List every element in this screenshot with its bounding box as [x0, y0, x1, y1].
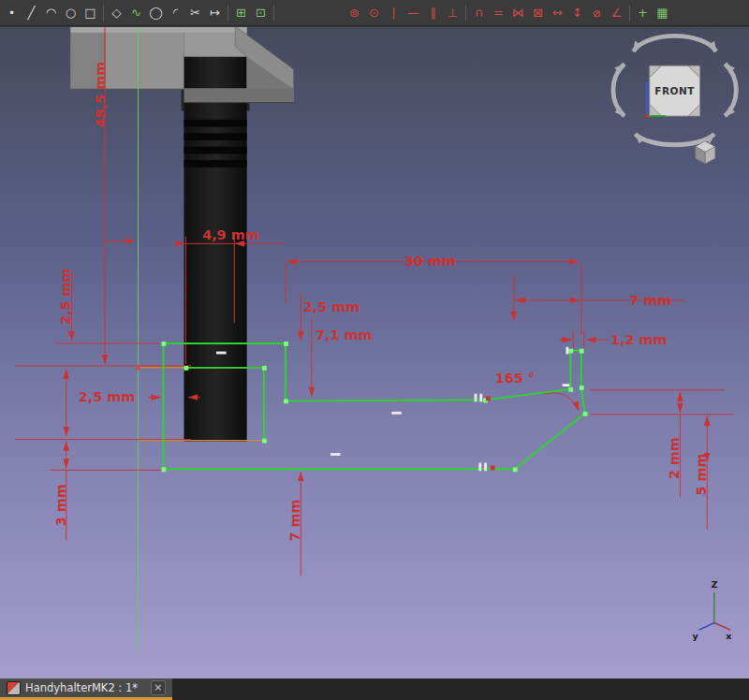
create-arc-icon[interactable]: ◠ — [41, 3, 61, 23]
3d-viewport[interactable]: 48,5 mm 4,9 mm 30 mm 2,5 mm 2,5 mm 7,1 m… — [0, 27, 749, 678]
document-tab-label: HandyhalterMK2 : 1* — [25, 681, 138, 694]
toolbar-group: ∩=⋈⊠↔↕⌀∠ — [469, 3, 626, 23]
toolbar-group: •╱◠○□ — [2, 3, 100, 23]
constraint-radius-icon[interactable]: ⌀ — [587, 3, 607, 23]
axis-x-label: x — [726, 631, 732, 641]
freecad-window: •╱◠○□◇∿◯◜✂↦⊞⊡⊚⊙|—∥⊥∩=⋈⊠↔↕⌀∠+▦ — [0, 0, 749, 700]
tab-close-button[interactable]: × — [151, 680, 166, 695]
toolbar-group: ◇∿◯◜✂↦ — [107, 3, 225, 23]
toolbar-group: ⊞⊡ — [231, 3, 271, 23]
create-fillet-icon[interactable]: ◜ — [166, 3, 185, 23]
toolbar-group: +▦ — [633, 3, 672, 23]
create-ellipse-icon[interactable]: ◯ — [146, 3, 166, 23]
dimension-label-2-5-left-top[interactable]: 2,5 mm — [58, 269, 73, 326]
constraint-marks[interactable] — [216, 347, 569, 471]
document-tabbar: HandyhalterMK2 : 1* × — [0, 678, 749, 700]
external-geometry-icon[interactable]: ⊞ — [231, 3, 251, 23]
dimension-label-2[interactable]: 2 mm — [667, 437, 682, 479]
axis-z-label: Z — [711, 579, 717, 590]
dimension-label-7-right[interactable]: 7 mm — [629, 293, 671, 308]
constraint-horizontal-icon[interactable]: — — [404, 3, 423, 23]
axis-triad: Z x y — [693, 579, 733, 641]
constraint-point-on-object-icon[interactable]: ⊙ — [364, 3, 384, 23]
scene-svg: 48,5 mm 4,9 mm 30 mm 2,5 mm 2,5 mm 7,1 m… — [0, 27, 749, 678]
dimension-label-165[interactable]: 165 ° — [495, 371, 535, 386]
carbon-copy-icon[interactable]: ⊡ — [251, 3, 271, 23]
trim-edge-icon[interactable]: ✂ — [185, 3, 205, 23]
dimension-label-7-bottom[interactable]: 7 mm — [287, 500, 302, 542]
dimension-label-4-9[interactable]: 4,9 mm — [202, 227, 259, 242]
freecad-document-icon — [7, 681, 21, 695]
dimension-label-1-2[interactable]: 1,2 mm — [610, 332, 667, 347]
create-circle-icon[interactable]: ○ — [61, 3, 81, 23]
dimension-label-2-5-left-mid[interactable]: 2,5 mm — [79, 389, 135, 404]
navcube-rotate-top-arrow[interactable] — [633, 36, 715, 51]
dimension-label-2-5-upper[interactable]: 2,5 mm — [303, 299, 360, 314]
constraint-angle-icon[interactable]: ∠ — [607, 3, 626, 23]
constraint-distance-y-icon[interactable]: ↕ — [567, 3, 587, 23]
grid-toggle-icon[interactable]: ▦ — [653, 3, 672, 23]
top-toolbar: •╱◠○□◇∿◯◜✂↦⊞⊡⊚⊙|—∥⊥∩=⋈⊠↔↕⌀∠+▦ — [0, 0, 749, 26]
constraint-block-icon[interactable]: ⊠ — [528, 3, 548, 23]
toolbar-separator — [103, 5, 104, 22]
dimension-label-30[interactable]: 30 mm — [404, 254, 456, 269]
navcube-front-label[interactable]: FRONT — [654, 85, 695, 96]
constraint-vertical-icon[interactable]: | — [384, 3, 404, 23]
toggle-construction-icon[interactable]: + — [633, 3, 653, 23]
constraint-distance-x-icon[interactable]: ↔ — [548, 3, 567, 23]
toolbar-separator — [629, 5, 630, 22]
constraint-equal-icon[interactable]: = — [489, 3, 508, 23]
sketch-origin-point[interactable] — [136, 365, 141, 371]
navcube-rotate-left-arrow[interactable] — [613, 64, 624, 116]
dimension-label-48-5[interactable]: 48,5 mm — [93, 62, 108, 128]
model-column[interactable] — [184, 53, 246, 442]
constraint-parallel-icon[interactable]: ∥ — [423, 3, 443, 23]
axis-y-label: y — [693, 631, 699, 641]
toolbar-separator — [228, 5, 228, 22]
create-polyline-icon[interactable]: ╱ — [22, 3, 41, 23]
create-point-icon[interactable]: • — [2, 3, 22, 23]
extend-edge-icon[interactable]: ↦ — [205, 3, 225, 23]
navcube-rotate-right-arrow[interactable] — [725, 64, 736, 116]
constraint-symmetric-icon[interactable]: ⋈ — [508, 3, 528, 23]
create-bspline-icon[interactable]: ∿ — [126, 3, 146, 23]
sketch-dimensions[interactable] — [15, 27, 734, 576]
constraint-tangent-icon[interactable]: ∩ — [469, 3, 489, 23]
dimension-label-5[interactable]: 5 mm — [694, 454, 709, 496]
dimension-label-3[interactable]: 3 mm — [53, 484, 68, 526]
create-rectangle-icon[interactable]: □ — [81, 3, 100, 23]
toolbar-separator — [465, 5, 466, 22]
create-polygon-icon[interactable]: ◇ — [107, 3, 126, 23]
toolbar-separator — [273, 5, 274, 22]
dimension-label-7-1[interactable]: 7,1 mm — [316, 328, 373, 343]
constraint-perpendicular-icon[interactable]: ⊥ — [443, 3, 463, 23]
toolbar-group: ⊚⊙|—∥⊥ — [345, 3, 463, 23]
navigation-cube[interactable]: FRONT — [613, 36, 736, 163]
document-tab[interactable]: HandyhalterMK2 : 1* × — [0, 678, 172, 700]
isometric-view-icon[interactable] — [696, 141, 715, 164]
constraint-coincident-icon[interactable]: ⊚ — [345, 3, 364, 23]
